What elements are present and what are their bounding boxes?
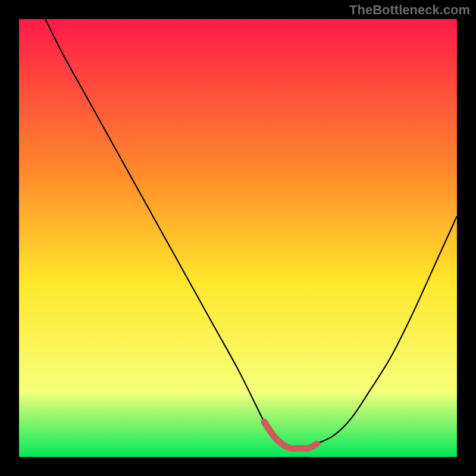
plot-area (19, 19, 457, 457)
plot-inner (19, 19, 457, 457)
optimal-region-markers (19, 19, 457, 457)
watermark-text: TheBottleneck.com (349, 2, 470, 18)
chart-frame: TheBottleneck.com (0, 0, 476, 476)
